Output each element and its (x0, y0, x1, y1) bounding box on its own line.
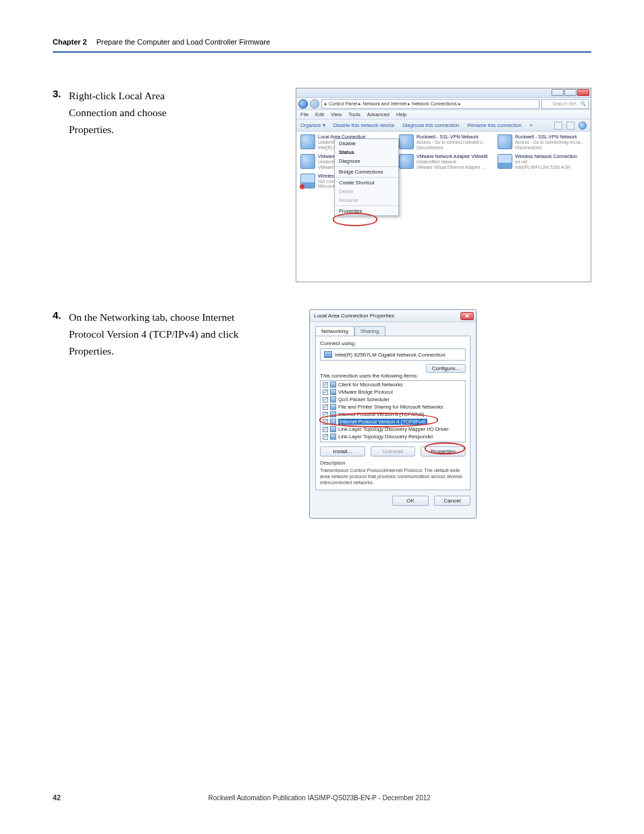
disable-device-button[interactable]: Disable this network device (333, 122, 395, 128)
ctx-disable[interactable]: Disable (335, 139, 398, 148)
organize-button[interactable]: Organize ▾ (300, 122, 325, 128)
connection-name: Rockwell - SSL-VPN Network (515, 134, 584, 140)
tab-strip: Networking Sharing (315, 326, 471, 336)
menu-bar: File Edit View Tools Advanced Help (296, 110, 591, 120)
help-icon[interactable] (579, 122, 587, 130)
breadcrumb[interactable]: ▸ Control Panel ▸ Network and Internet ▸… (321, 99, 539, 109)
page-number: 42 (53, 793, 61, 802)
checkbox-icon[interactable] (323, 382, 328, 388)
ctx-delete[interactable]: Delete (335, 187, 398, 196)
menu-edit[interactable]: Edit (315, 111, 324, 118)
list-item[interactable]: File and Printer Sharing for Microsoft N… (321, 403, 465, 411)
item-label: QoS Packet Scheduler (338, 396, 390, 402)
connections-area: Local Area Connection Unidentified netwo… (296, 132, 591, 282)
connection-item[interactable]: Rockwell - SSL-VPN Network Access - Go t… (399, 134, 488, 150)
toolbar: Organize ▾ Disable this network device D… (296, 120, 591, 132)
ok-button[interactable]: OK (392, 496, 429, 506)
chapter-title: Prepare the Computer and Load Controller… (97, 38, 270, 46)
connection-adapter: VMware Virtual Ethernet Adapter ... (417, 165, 487, 170)
cancel-button[interactable]: Cancel (434, 496, 471, 506)
separator (335, 166, 398, 167)
tab-sharing[interactable]: Sharing (354, 326, 385, 336)
forward-button[interactable] (310, 99, 319, 109)
connection-status: Unidentified network (417, 159, 487, 164)
separator (335, 177, 398, 178)
item-label: File and Printer Sharing for Microsoft N… (338, 404, 443, 410)
checkbox-icon[interactable] (323, 405, 328, 410)
network-icon (300, 154, 315, 169)
network-connections-window: ▸ Control Panel ▸ Network and Internet ▸… (296, 88, 591, 282)
menu-file[interactable]: File (300, 111, 308, 118)
connect-using-label: Connect using: (320, 340, 466, 346)
connection-status: ed.net (515, 159, 577, 164)
adapter-icon (324, 351, 332, 358)
step-text: On the Networking tab, choose Internet P… (69, 309, 271, 359)
connection-item[interactable]: VMware Network Adapter VMnet8 Unidentifi… (399, 154, 488, 170)
uses-items-label: This connection uses the following items… (320, 373, 466, 379)
ctx-status[interactable]: Status (335, 148, 398, 157)
search-input[interactable]: Search Net... 🔍 (541, 99, 589, 109)
connection-name: Wireless Network Connection (515, 154, 577, 159)
page-footer: 42 Rockwell Automation Publication IASIM… (53, 793, 591, 802)
adapter-name: Intel(R) 82567LM Gigabit Network Connect… (335, 352, 446, 358)
view-icon[interactable] (554, 122, 562, 130)
step-text: Right-click Local Area Connection and ch… (69, 88, 197, 138)
rename-button[interactable]: Rename this connection (467, 122, 521, 128)
connection-status: Access - Go to connect.rockwell.c... (417, 140, 486, 145)
maximize-button[interactable] (564, 89, 576, 96)
minimize-button[interactable] (552, 89, 564, 96)
preview-icon[interactable] (566, 122, 574, 130)
chapter-label: Chapter 2 (53, 38, 87, 46)
diagnose-button[interactable]: Diagnose this connection (402, 122, 459, 128)
connection-name: Wireless (318, 174, 336, 179)
back-button[interactable] (298, 99, 308, 109)
component-icon (330, 434, 336, 440)
close-button[interactable]: ✕ (460, 312, 474, 320)
connection-adapter: Microsof (318, 184, 336, 188)
connection-item[interactable]: Wireless Network Connection ed.net Intel… (498, 154, 587, 170)
configure-button[interactable]: Configure... (426, 364, 466, 373)
component-icon (330, 396, 336, 402)
wireless-icon (498, 154, 512, 169)
connection-status: Access - Go to connectmay-int.ra... (515, 140, 584, 145)
ctx-bridge[interactable]: Bridge Connections (335, 167, 398, 176)
list-item[interactable]: Link-Layer Topology Discovery Responder (321, 433, 465, 440)
connection-status: Unidenti (318, 159, 336, 164)
step-number: 4. (53, 309, 69, 321)
component-icon (330, 404, 336, 410)
ctx-rename[interactable]: Rename (335, 196, 398, 205)
description-label: Description (320, 460, 466, 466)
dialog-title: Local Area Connection Properties (314, 313, 394, 319)
connection-item[interactable]: Rockwell - SSL-VPN Network Access - Go t… (498, 134, 587, 150)
connection-adapter: Disconnected (417, 145, 486, 150)
ctx-diagnose[interactable]: Diagnose (335, 157, 398, 165)
ctx-shortcut[interactable]: Create Shortcut (335, 178, 398, 187)
menu-view[interactable]: View (331, 111, 342, 118)
checkbox-icon[interactable] (323, 427, 328, 432)
list-item[interactable]: VMware Bridge Protocol (321, 388, 465, 396)
close-button[interactable] (577, 89, 589, 96)
component-icon (330, 426, 336, 432)
tab-networking[interactable]: Networking (315, 326, 354, 336)
install-button[interactable]: Install... (320, 446, 365, 457)
list-item[interactable]: Client for Microsoft Networks (321, 381, 465, 388)
menu-tools[interactable]: Tools (348, 111, 360, 118)
checkbox-icon[interactable] (323, 434, 328, 440)
checkbox-icon[interactable] (323, 390, 328, 395)
network-icon (498, 134, 512, 149)
uninstall-button[interactable]: Uninstall (371, 446, 416, 457)
connection-adapter: Disconnected (515, 145, 584, 150)
connection-properties-dialog: Local Area Connection Properties ✕ Netwo… (309, 309, 477, 519)
menu-advanced[interactable]: Advanced (367, 111, 390, 118)
component-icon (330, 389, 336, 395)
window-titlebar (296, 88, 591, 98)
connection-name: VMware Network Adapter VMnet8 (417, 154, 487, 159)
connection-name: Rockwell - SSL-VPN Network (417, 134, 486, 140)
list-item[interactable]: QoS Packet Scheduler (321, 396, 465, 403)
address-bar: ▸ Control Panel ▸ Network and Internet ▸… (296, 98, 591, 110)
items-list[interactable]: Client for Microsoft Networks VMware Bri… (320, 380, 466, 442)
menu-help[interactable]: Help (396, 111, 406, 118)
toolbar-more[interactable]: » (530, 122, 533, 128)
checkbox-icon[interactable] (323, 397, 328, 402)
component-icon (330, 382, 336, 388)
